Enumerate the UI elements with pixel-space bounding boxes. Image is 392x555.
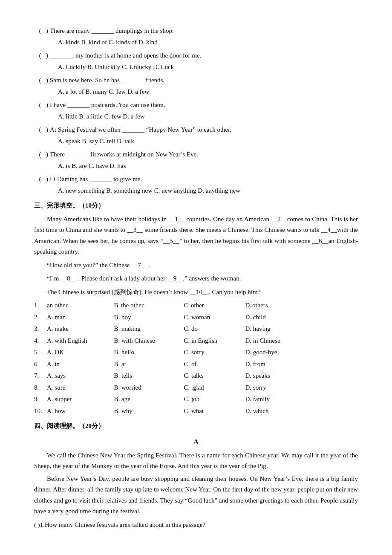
cloze-opt-4-C: C. in English (181, 335, 242, 347)
cloze-opt-7-D: D. speaks (242, 370, 270, 382)
q11-paren: ( (34, 75, 46, 86)
section4: 四、阅读理解。（20分） A We call the Chinese New Y… (34, 421, 358, 530)
cloze-opt-6-D: D. from (242, 359, 265, 370)
cloze-opt-row-10: 10. A. how B. why C. what D. which (34, 406, 358, 417)
cloze-opt-8-D: D. sorry (242, 382, 266, 393)
q14-rparen: ) (46, 149, 48, 160)
q13-rparen: ) (46, 124, 48, 136)
cloze-opt-2-label: 2. (34, 312, 47, 323)
cloze-para-2: “How old are you?” the Chinese __7__ . (34, 260, 358, 271)
section3: 三、完形填空。（10分） Many Americans like to have… (34, 200, 358, 416)
q13-options: A. speak B. say C. tell D. talk (58, 136, 358, 147)
cloze-opt-1-Clabel: C. (181, 300, 191, 311)
cloze-opt-1-label: 1. (34, 300, 47, 311)
cloze-opt-1-C: other (191, 300, 242, 311)
cloze-opt-6-C: C. of (181, 359, 242, 370)
cloze-opt-3-label: 3. (34, 324, 47, 335)
q11-text: Sam is new here. So he has _______ frien… (50, 75, 358, 86)
q10-options: A. Luckily B. Unluckily C. Unlucky D. Lu… (58, 62, 358, 73)
q10-paren: ( (34, 50, 46, 61)
cloze-opt-10-C: C. what (181, 406, 242, 417)
cloze-opt-9-D: D. family (242, 394, 270, 405)
cloze-opt-row-5: 5. A. OK B. hello C. sorry D. good-bye (34, 347, 358, 358)
cloze-opt-2-D: D. child (242, 312, 266, 323)
cloze-opt-1-Dlabel: D. (242, 300, 252, 311)
cloze-opt-8-label: 8. (34, 382, 47, 393)
cloze-opt-row-3: 3. A. make B. making C. do D. having (34, 324, 358, 335)
question-12: ( ) I have _______ postcards. You can us… (34, 100, 358, 122)
cloze-opt-5-A: A. OK (47, 347, 111, 358)
question-15: ( ) Li Daming has _______ to give me. A.… (34, 174, 358, 196)
cloze-para-1: Many Americans like to have their holida… (34, 214, 358, 257)
cloze-passage: Many Americans like to have their holida… (34, 214, 358, 298)
cloze-opt-5-label: 5. (34, 347, 47, 358)
cloze-opt-10-label: 10. (34, 406, 47, 417)
q12-rparen: ) (46, 100, 48, 111)
cloze-opt-row-8: 8. A. sure B. worried C. .glad D. sorry (34, 382, 358, 393)
q13-text: At Spring Festival we often _______ “Hap… (50, 124, 358, 136)
q11-rparen: ) (46, 75, 48, 86)
q11-options: A. a lot of B. many C. few D. a few (58, 87, 358, 98)
q9-options: A. kinds B. kind of C. kinds of D. kind (58, 37, 358, 48)
cloze-opt-2-B: B. boy (111, 312, 181, 323)
q15-rparen: ) (46, 174, 48, 185)
cloze-opt-9-A: A. supper (47, 394, 111, 405)
cloze-opt-7-label: 7. (34, 370, 47, 382)
question-14: ( ) There _______ fireworks at midnight … (34, 149, 358, 171)
section4-title: 四、阅读理解。（20分） (34, 421, 358, 432)
q14-text: There _______ fireworks at midnight on N… (50, 149, 358, 160)
cloze-opt-3-D: D. having (242, 324, 271, 335)
cloze-opt-6-label: 6. (34, 359, 47, 370)
cloze-opt-row-9: 9. A. supper B. age C. job D. family (34, 394, 358, 405)
q15-text: Li Daming has _______ to give me. (50, 174, 358, 185)
q9-paren: ( (34, 26, 46, 37)
section3-title: 三、完形填空。（10分） (34, 200, 358, 211)
cloze-opt-5-C: C. sorry (181, 347, 242, 358)
q12-options: A. little B. a little C. few D. a few (58, 111, 358, 122)
cloze-opt-row-2: 2. A. man B. boy C. woman D. child (34, 312, 358, 323)
cloze-para-3: “I’m __8__ . Please don’t ask a lady abo… (34, 273, 358, 284)
q12-paren: ( (34, 100, 46, 111)
reading-question-1: ( )1.How many Chinese festivals aren tal… (34, 520, 358, 531)
reading-title-A: A (34, 436, 358, 448)
q15-options: A. new something B. something new C. new… (58, 185, 358, 197)
questions-section: ( ) There are many _______ dumplings in … (34, 26, 358, 196)
q14-paren: ( (34, 149, 46, 160)
cloze-opt-4-B: B. with Chinese (111, 335, 181, 347)
cloze-opt-1-A: an other (47, 300, 111, 311)
cloze-opt-row-4: 4. A. with English B. with Chinese C. in… (34, 335, 358, 347)
cloze-opt-10-A: A. how (47, 406, 111, 417)
cloze-opt-2-A: A. man (47, 312, 111, 323)
reading-para-2: Before New Year’s Day, people are busy s… (34, 474, 358, 517)
cloze-opt-4-A: A. with English (47, 335, 111, 347)
cloze-options-section: 1. an other B. the other C. other D. oth… (34, 300, 358, 416)
cloze-opt-8-B: B. worried (111, 382, 181, 393)
cloze-opt-4-D: D. in Chinese (242, 335, 280, 347)
reading-para-1: We call the Chinese New Year the Spring … (34, 450, 358, 472)
cloze-opt-10-D: D. which (242, 406, 269, 417)
cloze-opt-row-6: 6. A. in B. at C. of D. from (34, 359, 358, 370)
q14-options: A. is B. are C. have D. has (58, 161, 358, 172)
cloze-opt-9-label: 9. (34, 394, 47, 405)
cloze-opt-9-B: B. age (111, 394, 181, 405)
q10-text: _______, my mother is at home and opens … (50, 50, 358, 61)
cloze-opt-1-Blabel: B. (111, 300, 121, 311)
q12-text: I have _______ postcards. You can use th… (50, 100, 358, 111)
cloze-opt-5-B: B. hello (111, 347, 181, 358)
cloze-opt-8-A: A. sure (47, 382, 111, 393)
q9-rparen: ) (46, 26, 48, 37)
cloze-opt-3-C: C. do (181, 324, 242, 335)
q15-paren: ( (34, 174, 46, 185)
cloze-opt-row-7: 7. A. says B. tells C. talks D. speaks (34, 370, 358, 382)
cloze-opt-7-C: C. talks (181, 370, 242, 382)
cloze-opt-row-1: 1. an other B. the other C. other D. oth… (34, 300, 358, 311)
question-9: ( ) There are many _______ dumplings in … (34, 26, 358, 48)
cloze-opt-2-C: C. woman (181, 312, 242, 323)
cloze-opt-7-A: A. says (47, 370, 111, 382)
cloze-opt-1-D: others (252, 300, 268, 311)
cloze-opt-5-D: D. good-bye (242, 347, 277, 358)
q13-paren: ( (34, 124, 46, 136)
q9-text: There are many _______ dumplings in the … (50, 26, 358, 37)
cloze-opt-9-C: C. job (181, 394, 242, 405)
cloze-opt-3-A: A. make (47, 324, 111, 335)
